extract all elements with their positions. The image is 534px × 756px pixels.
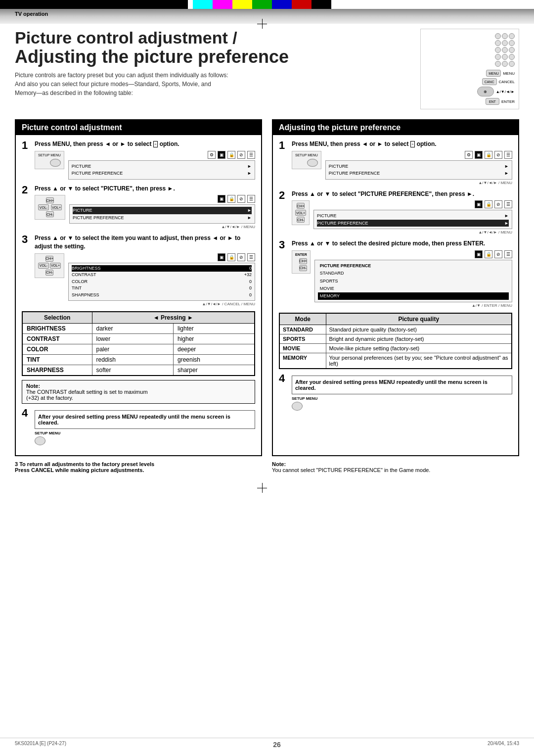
table-row: SPORTS Bright and dynamic picture (facto… (279, 334, 512, 344)
r-icon-more2: ☰ (504, 200, 512, 208)
left-section-body: 1 Press MENU, then press ◄ or ► to selec… (16, 135, 261, 455)
right-setup-btn4 (292, 402, 303, 411)
left-section-header: Picture control adjustment (16, 120, 261, 135)
note-text1: The CONTRAST default setting is set to m… (26, 389, 148, 395)
icon-settings: ⚙ (208, 151, 216, 159)
mode-table: Mode Picture quality STANDARD Standard p… (279, 313, 512, 369)
setup-menu-label4: SETUP MENU (35, 431, 255, 435)
page-title-main: Picture control adjustment / Adjusting t… (15, 29, 405, 67)
table-row: STANDARD Standard picture quality (facto… (279, 325, 512, 334)
r-icon-timer3: ⊘ (494, 250, 502, 258)
left-step1-screen: ⚙ ▣ 🔒 ⊘ ☰ PICTURE► (68, 151, 255, 180)
pref-title: PICTURE PREFERENCE (318, 262, 509, 270)
screen-menu-list2: PICTURE► PICTURE PREFERENCE► (73, 207, 252, 221)
left-step4: 4 After your desired setting press MENU … (22, 408, 255, 445)
menu-item-pref: PICTURE PREFERENCE► (72, 170, 252, 177)
left-step3-menu: BRIGHTNESS0 CONTRAST+32 COLOR0 (68, 263, 255, 301)
left-step3-remote: CH+ VOL- VOL+ CH- (35, 253, 64, 278)
r-vol-plus2: VOL+ (295, 210, 306, 216)
right-step3-pref-menu: PICTURE PREFERENCE STANDARD SPORTS MOVIE… (314, 260, 512, 302)
left-step3-content: Press ▲ or ▼ to select the item you want… (35, 234, 255, 306)
bottom-right: Note: You cannot select "PICTURE PREFERE… (272, 461, 519, 473)
remote-dot (502, 61, 508, 67)
left-step4-num: 4 (22, 408, 31, 419)
setup-btn4 (35, 436, 45, 445)
r-ch-minus3: CH- (299, 265, 307, 271)
menu-circle-btn (50, 159, 61, 167)
brightness-left: darker (92, 324, 174, 334)
title-line2: Adjusting the picture preference (15, 47, 405, 67)
r-menu-pref: PICTURE PREFERENCE► (329, 170, 509, 177)
right-step3-screen: ▣ 🔒 ⊘ ☰ PICTURE PREFERENCE STANDARD (314, 250, 512, 308)
right-section-box: Adjusting the picture preference 1 Press… (272, 119, 519, 456)
icon-lock: 🔒 (227, 151, 235, 159)
icon-tv3: ▣ (218, 253, 225, 261)
sports-desc: Bright and dynamic picture (factory-set) (326, 334, 512, 344)
magenta-block (213, 0, 232, 9)
selection-table: Selection ◄ Pressing ► BRIGHTNESS darker… (22, 311, 255, 376)
remote-dot (495, 47, 501, 53)
right-step3-content: Press ▲ or ▼ to select the desired pictu… (292, 239, 512, 308)
table-row: BRIGHTNESS darker lighter (22, 324, 255, 334)
remote-dot (502, 54, 508, 60)
r-menu-picture2: PICTURE► (317, 212, 509, 219)
table-row: MEMORY Your personal preferences (set by… (279, 353, 512, 369)
remote-dot (509, 47, 515, 53)
note-label: Note: (26, 383, 40, 389)
note-box-left: Note: The CONTRAST default setting is se… (22, 380, 255, 404)
remote-dot (509, 61, 515, 67)
ch-plus-btn: CH+ (46, 197, 54, 203)
title-line1: Picture control adjustment / (15, 29, 405, 47)
right-step1-remote: SETUP MENU (292, 151, 321, 169)
menu-item-picture: PICTURE► (72, 163, 252, 170)
tint-row: TINT0 (72, 285, 252, 292)
blue-block (272, 0, 292, 9)
main-two-col: Picture control adjustment 1 Press MENU,… (15, 119, 519, 456)
cyan-block (193, 0, 213, 9)
right-icons-row1: ⚙ ▣ 🔒 ⊘ ☰ (325, 151, 512, 159)
left-step1-num: 1 (22, 140, 31, 151)
remote-dot (509, 33, 515, 39)
right-step4-content: After your desired setting press MENU re… (292, 373, 512, 411)
page-title-text: Picture control adjustment / Adjusting t… (15, 29, 405, 97)
pref-sports: SPORTS (318, 278, 509, 285)
r-icon-timer2: ⊘ (494, 200, 502, 208)
r-icon-lock2: 🔒 (485, 200, 492, 208)
contrast-right: higher (174, 334, 255, 344)
right-section-body: 1 Press MENU, then press ◄ or ► to selec… (273, 135, 518, 421)
table-row: TINT reddish greenish (22, 355, 255, 365)
crosshair-bottom (257, 483, 267, 493)
arrows-btn-diag: ⊕ (477, 87, 494, 96)
remote-dot (502, 40, 508, 46)
icon-timer2: ⊘ (237, 195, 245, 203)
top-color-bar (0, 0, 534, 9)
icon-lock3: 🔒 (227, 253, 235, 261)
contrast-row: CONTRAST+32 (72, 272, 252, 279)
page-description: Picture controls are factory preset but … (15, 71, 262, 97)
right-step3-text: Press ▲ or ▼ to select the desired pictu… (292, 239, 512, 248)
right-step4-text: After your desired setting press MENU re… (295, 379, 488, 391)
left-step4-text: After your desired setting press MENU re… (38, 414, 230, 425)
r-icon-tv2: ▣ (475, 200, 483, 208)
right-step1: 1 Press MENU, then press ◄ or ► to selec… (279, 140, 512, 185)
right-step2-remote: CH+ VOL+ CH- (292, 200, 310, 225)
table-row: CONTRAST lower higher (22, 334, 255, 344)
r-ch-plus2: CH+ (297, 203, 305, 209)
r-icon-timer: ⊘ (494, 151, 502, 159)
icon-timer: ⊘ (237, 151, 245, 159)
movie-mode: MOVIE (279, 344, 326, 353)
brightness-label: BRIGHTNESS (22, 324, 92, 334)
table-row: SHARPNESS softer sharper (22, 365, 255, 376)
page-footer: 5KS0201A [E] (P24-27) 26 20/4/04, 15:43 (0, 738, 534, 751)
standard-mode: STANDARD (279, 325, 326, 334)
yellow-block (232, 0, 252, 9)
left-step2-screen: ▣ 🔒 ⊘ ☰ PICTURE► (69, 195, 255, 229)
standard-desc: Standard picture quality (factory-set) (326, 325, 512, 334)
table-row: COLOR paler deeper (22, 344, 255, 355)
right-step3-remote: ENTER CH+ CH- (292, 250, 311, 274)
note-text2: (+32) at the factory. (26, 395, 73, 401)
right-step1-content: Press MENU, then press ◄ or ► to select … (292, 140, 512, 185)
color-blocks (193, 0, 331, 9)
remote-dot (502, 33, 508, 39)
pressing-col-header: ◄ Pressing ► (92, 312, 255, 324)
